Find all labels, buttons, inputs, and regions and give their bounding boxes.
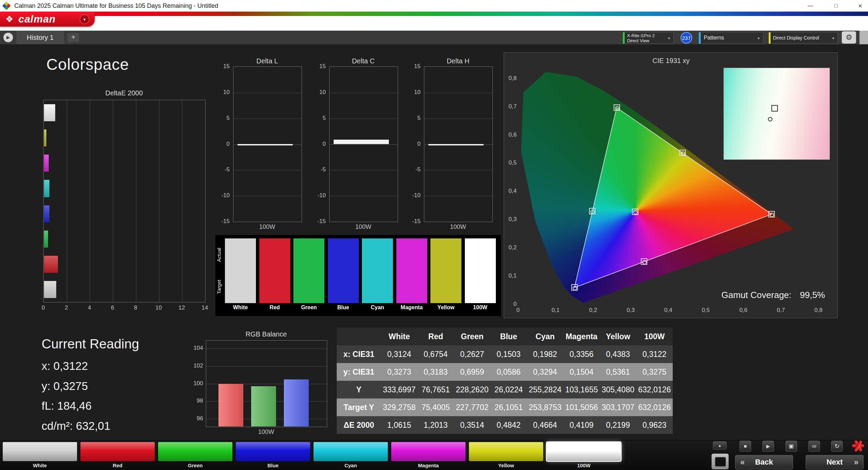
next-chevrons-icon: » <box>854 455 858 469</box>
gamut-coverage-value: 99,5% <box>800 290 825 300</box>
calman-asterisk-icon[interactable] <box>851 439 865 453</box>
table-cell: 1,2013 <box>417 416 454 434</box>
deltae-xtick: 12 <box>177 304 187 311</box>
meter-count-badge[interactable]: 237 <box>681 32 692 44</box>
table-cell: 0,6959 <box>454 363 490 381</box>
table-cell: 103,1655 <box>563 381 600 398</box>
cie-ytick: 0,3 <box>502 216 517 223</box>
pattern-button-cyan[interactable]: Cyan <box>314 442 388 469</box>
close-icon[interactable]: × <box>852 0 868 12</box>
collapse-up-icon[interactable]: ▲ <box>713 441 727 450</box>
table-cell: 333,6997 <box>381 381 417 398</box>
pattern-button-100w[interactable]: 100W <box>547 442 621 469</box>
add-tab-button[interactable]: + <box>67 33 79 42</box>
meter-name: X-Rite i1Pro 2 <box>627 33 655 38</box>
table-cell: 227,7702 <box>454 398 490 416</box>
deltae-bar-100w <box>44 104 55 121</box>
delta-gridline <box>233 93 302 93</box>
table-col-header: Blue <box>490 328 527 345</box>
pattern-swatch <box>236 442 310 461</box>
table-cell: 101,5056 <box>563 398 600 416</box>
play-icon[interactable]: ▶ <box>762 441 774 452</box>
swatch-red <box>259 238 290 303</box>
delta-gridline <box>330 196 398 196</box>
deltae-chart-title: DeltaE 2000 <box>105 89 143 97</box>
pattern-button-green[interactable]: Green <box>158 442 232 469</box>
swatch-label: Blue <box>328 304 359 311</box>
delta-ytick: 15 <box>309 63 326 70</box>
cie-xtick: 0,6 <box>736 307 750 314</box>
table-header-row: WhiteRedGreenBlueCyanMagentaYellow100W <box>337 328 673 345</box>
rgb-bar-blue <box>284 379 309 426</box>
back-button[interactable]: « Back <box>735 455 793 469</box>
table-cell: 0,3514 <box>454 416 490 434</box>
table-col-header: White <box>381 328 417 345</box>
table-cell: 0,4842 <box>490 416 527 434</box>
white-point-inset <box>724 68 830 160</box>
deltae-bar-white <box>44 281 56 298</box>
refresh-icon[interactable]: ↻ <box>831 441 843 452</box>
settings-gear-icon[interactable]: ⚙ <box>842 31 856 44</box>
current-reading-line: x: 0,3122 <box>42 360 88 373</box>
table-cell: 1,0615 <box>381 416 417 434</box>
table-cell: 0,3124 <box>381 345 417 363</box>
delta-xlabel: 100W <box>424 223 492 231</box>
pattern-button-red[interactable]: Red <box>80 442 155 469</box>
table-cell: 76,7651 <box>417 381 454 398</box>
pattern-button-magenta[interactable]: Magenta <box>391 442 466 469</box>
deltae-xtick: 4 <box>84 304 94 311</box>
delta-gridline <box>233 119 302 119</box>
pattern-button-blue[interactable]: Blue <box>236 442 310 469</box>
pattern-label: Blue <box>236 463 310 468</box>
table-cell: 0,4383 <box>600 345 636 363</box>
calman-logo[interactable]: ❖ calman ▼ <box>0 12 95 27</box>
cie-ytick: 0,2 <box>502 244 517 251</box>
tab-history-1[interactable]: History 1 <box>16 31 64 44</box>
swatch-magenta <box>396 238 427 303</box>
rgb-gridline <box>206 348 327 349</box>
table-row: Y333,699776,7651228,262026,0224255,28241… <box>337 381 673 398</box>
rgb-bar-green <box>251 386 276 426</box>
pattern-label: Cyan <box>314 463 388 468</box>
table-corner <box>337 328 381 345</box>
save-icon[interactable]: ▣ <box>786 441 797 452</box>
delta-ytick: 0 <box>213 141 230 147</box>
back-chevrons-icon: « <box>740 455 745 469</box>
table-col-header: Cyan <box>527 328 563 345</box>
table-cell: 0,5361 <box>600 363 636 381</box>
pattern-swatch-gloss <box>80 442 155 461</box>
table-cell: 255,2824 <box>527 381 563 398</box>
link-icon[interactable]: ∞ <box>808 441 820 452</box>
cie-xtick: 0,4 <box>661 307 675 314</box>
stop-icon[interactable]: ■ <box>740 441 751 452</box>
meter-dropdown[interactable]: X-Rite i1Pro 2 Direct View ▼ <box>623 32 674 44</box>
logo-menu-chevron-icon[interactable]: ▼ <box>80 15 89 24</box>
pattern-swatch-gloss <box>469 442 543 461</box>
pattern-swatch-gloss <box>158 442 232 461</box>
app-icon <box>2 1 11 10</box>
table-cell: 0,4664 <box>527 416 563 434</box>
pattern-window-button[interactable] <box>712 454 729 469</box>
pattern-swatch <box>3 442 77 461</box>
next-button[interactable]: Next » <box>806 455 864 469</box>
restore-icon[interactable]: □ <box>828 0 844 12</box>
history-play-icon[interactable]: ▶ <box>3 33 13 42</box>
deltae-gridline <box>136 100 136 302</box>
patterns-dropdown[interactable]: Patterns ▼ <box>699 32 763 44</box>
display-control-accent-bar <box>769 32 771 44</box>
cie-marker-dot-magenta <box>642 260 646 265</box>
pattern-button-white[interactable]: White <box>3 442 77 469</box>
table-cell: 0,0586 <box>490 363 527 381</box>
patterns-accent-bar <box>699 32 701 44</box>
delta-ytick: -10 <box>213 192 230 199</box>
pattern-button-yellow[interactable]: Yellow <box>469 442 543 469</box>
swatch-white <box>225 238 256 303</box>
minimize-icon[interactable]: — <box>803 0 818 12</box>
display-control-dropdown[interactable]: Direct Display Control ▼ <box>768 32 838 44</box>
deltae-chart <box>43 100 205 302</box>
deltae-bar-green <box>44 231 48 248</box>
cie-marker-dot-yellow <box>681 151 685 156</box>
deltae-xtick: 0 <box>38 304 48 311</box>
deltae-xtick: 14 <box>200 304 210 311</box>
back-label: Back <box>755 458 773 466</box>
